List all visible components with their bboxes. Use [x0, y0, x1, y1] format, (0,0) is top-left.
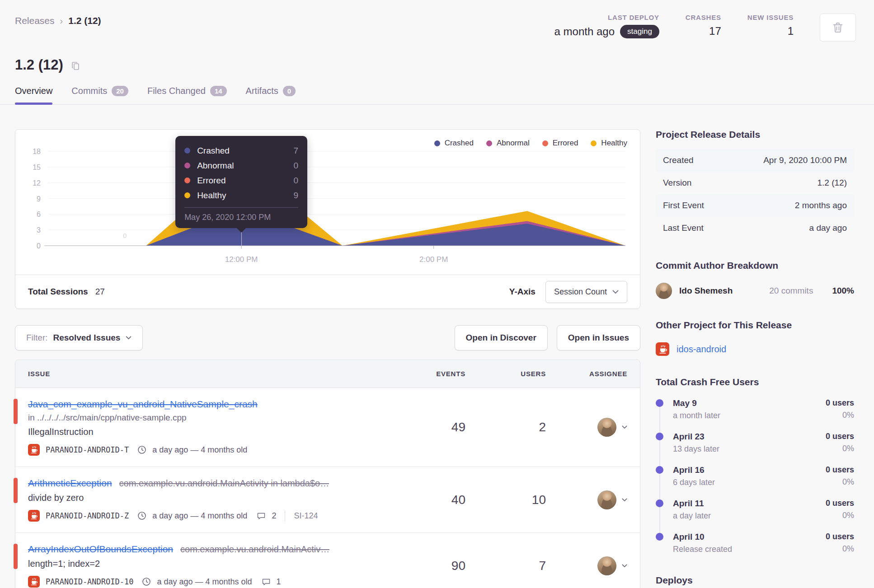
assignee-avatar [597, 490, 616, 509]
section-heading: Total Crash Free Users [656, 377, 854, 387]
commits-count-badge: 20 [112, 86, 128, 96]
commit-author-row: Ido Shemesh 20 commits 100% [656, 283, 854, 299]
breadcrumb-releases-link[interactable]: Releases [15, 15, 55, 26]
legend-dot-abnormal [486, 140, 492, 146]
issue-title-link[interactable]: ArithmeticException [28, 478, 112, 489]
java-project-icon [28, 444, 40, 456]
comment-count: 1 [277, 577, 281, 587]
timeline-item: April 16 6 days later 0 users 0% [656, 465, 854, 487]
issue-message: divide by zero [28, 493, 389, 503]
other-project-row: idos-android [656, 342, 854, 356]
tabs-bar: Overview Commits 20 Files Changed 14 Art… [0, 86, 874, 105]
issue-age: a day ago — 4 months old [157, 577, 252, 587]
timeline-item: April 11 a day later 0 users 0% [656, 499, 854, 521]
delete-release-button[interactable] [820, 14, 856, 42]
chevron-down-icon [126, 336, 132, 340]
timeline-item: May 9 a month later 0 users 0% [656, 398, 854, 420]
title-row: 1.2 (12) [15, 57, 874, 73]
deploys-section: Deploys [656, 575, 854, 586]
timeline-dot [656, 466, 663, 474]
tab-files-changed[interactable]: Files Changed 14 [147, 86, 227, 104]
y-axis-select[interactable]: Session Count [545, 281, 627, 303]
issue-title-link[interactable]: Java_com_example_vu_android_NativeSample… [28, 399, 258, 410]
assignee-avatar [597, 556, 616, 575]
detail-row-first-event: First Event 2 months ago [656, 194, 854, 217]
chevron-down-icon [622, 564, 627, 568]
issue-users-count: 2 [465, 420, 546, 434]
stat-crashes-label: CRASHES [686, 14, 721, 21]
column-issue: ISSUE [28, 370, 398, 378]
chart-zero-annotation: 0 [123, 232, 127, 239]
detail-row-last-event: Last Event a day ago [656, 217, 854, 239]
svg-text:0: 0 [37, 242, 41, 250]
resolved-issues-table: ISSUE EVENTS USERS ASSIGNEE Java_com_exa… [15, 359, 640, 588]
tooltip-timestamp: May 26, 2020 12:00 PM [184, 207, 298, 228]
legend-dot-crashed [434, 140, 440, 146]
issues-controls-row: Filter: Resolved Issues Open in Discover… [15, 325, 640, 350]
issue-culprit: com.example.vu.android.MainActiv… [180, 544, 329, 555]
chevron-down-icon [612, 290, 619, 294]
comment-icon [257, 511, 266, 520]
stat-new-issues: NEW ISSUES 1 [747, 14, 794, 37]
stacked-area-chart: 036912151812:00 PM2:00 PM [15, 130, 641, 275]
section-heading: Other Project for This Release [656, 320, 854, 331]
java-project-icon [28, 576, 40, 588]
legend-item-crashed[interactable]: Crashed [434, 139, 474, 148]
section-heading: Deploys [656, 575, 854, 586]
issue-row: ArithmeticException com.example.vu.andro… [15, 467, 640, 533]
release-overview-page: Releases › 1.2 (12) LAST DEPLOY a month … [0, 0, 874, 588]
assignee-dropdown[interactable] [546, 490, 627, 509]
issue-events-count: 49 [398, 420, 465, 434]
chart-legend: Crashed Abnormal Errored Healthy [434, 139, 627, 148]
timeline-dot [656, 399, 663, 407]
total-sessions-value: 27 [95, 287, 105, 297]
assignee-dropdown[interactable] [546, 418, 627, 437]
column-events: EVENTS [398, 370, 465, 378]
stat-crashes: CRASHES 17 [686, 14, 721, 37]
legend-item-abnormal[interactable]: Abnormal [486, 139, 530, 148]
section-heading: Commit Author Breakdown [656, 260, 854, 271]
divider [285, 510, 285, 521]
stat-last-deploy-value: a month ago [554, 25, 615, 38]
clock-icon [137, 445, 146, 454]
tab-overview[interactable]: Overview [15, 86, 52, 104]
commit-author-breakdown-section: Commit Author Breakdown Ido Shemesh 20 c… [656, 260, 854, 299]
section-heading: Project Release Details [656, 129, 854, 140]
legend-item-healthy[interactable]: Healthy [591, 139, 627, 148]
copy-version-icon[interactable] [70, 61, 81, 71]
open-in-issues-button[interactable]: Open in Issues [557, 325, 640, 350]
comment-icon [262, 577, 271, 586]
external-issue-id: SI-124 [294, 511, 318, 521]
clock-icon [142, 577, 151, 586]
issue-message: length=1; index=2 [28, 559, 389, 569]
chevron-down-icon [622, 425, 627, 429]
timeline-item: April 23 13 days later 0 users 0% [656, 432, 854, 454]
tooltip-dot-crashed [184, 148, 190, 154]
timeline-dot [656, 499, 663, 507]
issue-location: in ../../../../src/main/cpp/native-sampl… [28, 413, 389, 423]
other-project-link[interactable]: idos-android [677, 344, 726, 355]
svg-text:2:00 PM: 2:00 PM [419, 255, 448, 264]
sessions-chart[interactable]: 036912151812:00 PM2:00 PM 0 Crashed Abno… [15, 130, 640, 275]
issue-users-count: 10 [465, 493, 546, 507]
tab-commits[interactable]: Commits 20 [71, 86, 128, 104]
svg-text:12:00 PM: 12:00 PM [225, 255, 258, 264]
trash-icon [831, 21, 845, 34]
column-assignee: ASSIGNEE [546, 370, 627, 378]
open-in-discover-button[interactable]: Open in Discover [455, 325, 548, 350]
assignee-dropdown[interactable] [546, 556, 627, 575]
author-percent: 100% [832, 286, 854, 296]
issues-table-header: ISSUE EVENTS USERS ASSIGNEE [15, 360, 640, 388]
breadcrumb: Releases › 1.2 (12) [15, 15, 101, 26]
issue-title-link[interactable]: ArrayIndexOutOfBoundsException [28, 544, 173, 555]
tab-artifacts[interactable]: Artifacts 0 [246, 86, 296, 104]
filter-dropdown[interactable]: Filter: Resolved Issues [15, 325, 143, 350]
issue-users-count: 7 [465, 559, 546, 573]
legend-item-errored[interactable]: Errored [542, 139, 578, 148]
issue-row: ArrayIndexOutOfBoundsException com.examp… [15, 533, 640, 588]
chevron-down-icon [622, 498, 627, 502]
y-axis-label: Y-Axis [509, 287, 536, 297]
svg-text:6: 6 [37, 210, 41, 218]
total-sessions-label: Total Sessions [28, 287, 88, 297]
top-bar: Releases › 1.2 (12) LAST DEPLOY a month … [0, 0, 874, 42]
